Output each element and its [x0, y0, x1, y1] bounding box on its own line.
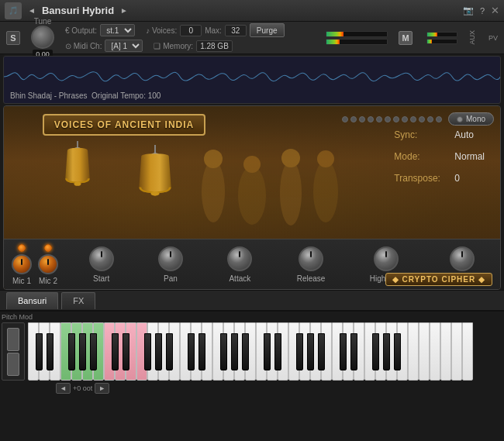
highpass-knob[interactable]	[374, 246, 399, 271]
key-c6[interactable]	[408, 322, 419, 381]
info-bar: S Tune 0.00 € Output: st.1 ♪ Voices: 0 M…	[0, 22, 504, 54]
tune-knob[interactable]	[31, 26, 54, 49]
pitch-slider-2[interactable]	[7, 353, 19, 376]
key-ds4[interactable]	[274, 333, 281, 370]
close-icon[interactable]: ✕	[491, 5, 499, 16]
bell-2-icon	[136, 145, 174, 203]
start-knob-item: Start	[89, 246, 114, 283]
controls-bar: Mic 1 Mic 2 Start Pan Attack	[4, 239, 500, 289]
mic1-label: Mic 1	[12, 277, 31, 285]
svg-point-10	[74, 182, 81, 186]
dot-8	[402, 116, 408, 122]
right-info-panel: Sync: Auto Mode: Normal Transpose: 0	[394, 129, 485, 184]
mic2-knob[interactable]	[38, 254, 58, 274]
dot-9	[410, 116, 416, 122]
pitch-mod-area	[2, 322, 25, 381]
octave-up-btn[interactable]: ►	[95, 383, 109, 394]
sync-value[interactable]: Auto	[454, 129, 474, 140]
svg-point-7	[317, 150, 334, 167]
key-cs5[interactable]	[340, 333, 347, 370]
key-ds2[interactable]	[123, 333, 129, 370]
svg-point-6	[313, 160, 338, 222]
key-gs1[interactable]	[79, 333, 86, 370]
octave-down-btn[interactable]: ◄	[56, 383, 71, 394]
instrument-icon: 🎵	[5, 2, 22, 19]
mono-button[interactable]: Mono	[448, 112, 494, 126]
midi-label: ⊙ Midi Ch:	[65, 42, 102, 50]
key-gs5[interactable]	[383, 333, 390, 370]
key-ds5[interactable]	[350, 333, 357, 370]
mic2-led	[44, 244, 52, 252]
attack-knob[interactable]	[227, 246, 252, 271]
key-as3[interactable]	[242, 333, 249, 370]
camera-icon[interactable]: 📷	[463, 5, 474, 16]
lowpass-knob[interactable]	[450, 246, 475, 271]
output-select[interactable]: st.1	[100, 24, 135, 36]
release-knob[interactable]	[299, 246, 323, 271]
key-ds1[interactable]	[47, 333, 54, 370]
keys-container	[28, 322, 502, 384]
dot-10	[419, 116, 425, 122]
mode-label: Mode:	[394, 151, 448, 162]
key-d6[interactable]	[419, 322, 430, 381]
key-f6[interactable]	[440, 322, 451, 381]
tab-fx[interactable]: FX	[61, 292, 95, 309]
voices-label: ♪ Voices:	[146, 26, 177, 35]
start-knob[interactable]	[89, 246, 114, 271]
waveform-display[interactable]: Bhin Shadaj - Phrases Original Tempo: 10…	[3, 56, 501, 104]
svg-point-2	[238, 166, 266, 225]
purge-button[interactable]: Purge	[250, 23, 285, 37]
key-gs2[interactable]	[155, 333, 162, 370]
key-as4[interactable]	[318, 333, 325, 370]
prev-instrument-btn[interactable]: ◄	[26, 6, 37, 15]
transpose-value[interactable]: 0	[454, 173, 460, 184]
key-gs3[interactable]	[231, 333, 238, 370]
mic1-knob[interactable]	[12, 254, 32, 274]
max-num: 32	[225, 25, 247, 36]
m-button[interactable]: M	[399, 31, 413, 45]
key-fs2[interactable]	[144, 333, 151, 370]
svg-point-4	[280, 160, 302, 226]
key-fs4[interactable]	[296, 333, 303, 370]
key-a6[interactable]	[462, 322, 473, 381]
waveform-label: Bhin Shadaj - Phrases Original Tempo: 10…	[10, 91, 161, 100]
voices-num: 0	[180, 25, 202, 36]
key-gs4[interactable]	[307, 333, 314, 370]
mode-value[interactable]: Normal	[454, 151, 485, 162]
tab-bar: Bansuri FX	[0, 290, 504, 310]
mic1-item: Mic 1	[12, 244, 32, 285]
octave-nav: ◄ +0 oot ►	[56, 383, 109, 394]
svg-point-0	[202, 160, 225, 222]
key-fs1[interactable]	[68, 333, 75, 370]
key-ds3[interactable]	[198, 333, 205, 370]
pan-label: Pan	[164, 274, 178, 283]
info-icon[interactable]: ?	[480, 6, 485, 16]
next-instrument-btn[interactable]: ►	[119, 6, 129, 15]
svg-point-5	[281, 149, 300, 167]
instrument-name: Bansuri Hybrid	[42, 5, 114, 16]
svg-point-1	[204, 150, 223, 168]
midi-select[interactable]: [A] 1	[105, 40, 143, 52]
sync-label: Sync:	[394, 129, 448, 140]
key-as5[interactable]	[394, 333, 401, 370]
key-e6[interactable]	[430, 322, 440, 381]
pitch-slider-1[interactable]	[7, 328, 19, 351]
tab-bansuri[interactable]: Bansuri	[6, 292, 58, 309]
key-as2[interactable]	[166, 333, 173, 370]
dot-1	[342, 116, 348, 122]
key-g6[interactable]	[451, 322, 462, 381]
key-as1[interactable]	[90, 333, 97, 370]
dot-7	[393, 116, 399, 122]
key-fs5[interactable]	[372, 333, 379, 370]
dot-2	[350, 116, 357, 122]
key-cs4[interactable]	[264, 333, 271, 370]
mic2-label: Mic 2	[39, 277, 57, 285]
attack-label: Attack	[229, 274, 250, 283]
key-fs3[interactable]	[220, 333, 227, 370]
key-cs2[interactable]	[112, 333, 119, 370]
key-cs3[interactable]	[188, 333, 195, 370]
level-meters	[326, 31, 388, 45]
key-cs1[interactable]	[36, 333, 43, 370]
pan-knob[interactable]	[158, 246, 183, 271]
s-button[interactable]: S	[6, 31, 20, 45]
